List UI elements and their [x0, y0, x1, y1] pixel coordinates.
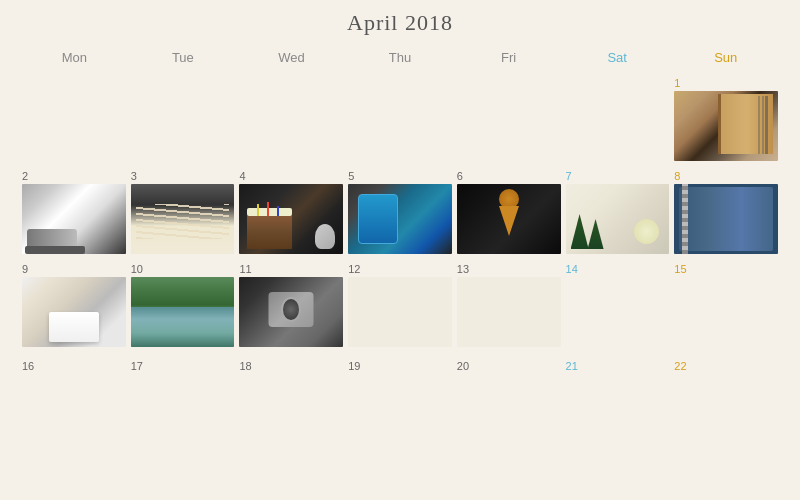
- day-number-9: 9: [22, 263, 126, 275]
- day-number-13: 13: [457, 263, 561, 275]
- day-14: 14: [564, 261, 672, 349]
- day-number-6: 6: [457, 170, 561, 182]
- day-number-3: 3: [131, 170, 235, 182]
- day-number-20: 20: [457, 360, 561, 372]
- day-5: 5: [346, 168, 454, 256]
- day-17: 17: [129, 358, 237, 376]
- day-16: 16: [20, 358, 128, 376]
- day-cell-empty: [237, 75, 345, 163]
- header-fri: Fri: [454, 46, 563, 71]
- photo-day-2: [22, 184, 126, 254]
- photo-day-8: [674, 184, 778, 254]
- photo-day-3: [131, 184, 235, 254]
- day-number-17: 17: [131, 360, 235, 372]
- day-1: 1: [672, 75, 780, 163]
- header-mon: Mon: [20, 46, 129, 71]
- day-number-1: 1: [674, 77, 778, 89]
- day-cell-empty: [20, 75, 128, 163]
- day-number-14: 14: [566, 263, 670, 275]
- day-18: 18: [237, 358, 345, 376]
- day-cell-empty: [455, 75, 563, 163]
- day-12: 12: [346, 261, 454, 349]
- day-number-22: 22: [674, 360, 778, 372]
- photo-day-12: [348, 277, 452, 347]
- day-number-12: 12: [348, 263, 452, 275]
- day-2: 2: [20, 168, 128, 256]
- day-6: 6: [455, 168, 563, 256]
- photo-day-10: [131, 277, 235, 347]
- day-number-5: 5: [348, 170, 452, 182]
- photo-day-13: [457, 277, 561, 347]
- day-20: 20: [455, 358, 563, 376]
- day-19: 19: [346, 358, 454, 376]
- day-number-11: 11: [239, 263, 343, 275]
- day-7: 7: [564, 168, 672, 256]
- day-number-2: 2: [22, 170, 126, 182]
- week-row-3: 9 10 11: [20, 261, 780, 349]
- photo-day-4: [239, 184, 343, 254]
- day-8: 8: [672, 168, 780, 256]
- day-15: 15: [672, 261, 780, 349]
- day-cell-empty: [564, 75, 672, 163]
- day-22: 22: [672, 358, 780, 376]
- day-number-18: 18: [239, 360, 343, 372]
- day-4: 4: [237, 168, 345, 256]
- day-cell-empty: [129, 75, 237, 163]
- day-21: 21: [564, 358, 672, 376]
- week-row-1: 1: [20, 75, 780, 163]
- day-3: 3: [129, 168, 237, 256]
- day-9: 9: [20, 261, 128, 349]
- day-headers-row: Mon Tue Wed Thu Fri Sat Sun: [20, 46, 780, 71]
- photo-day-11: [239, 277, 343, 347]
- day-10: 10: [129, 261, 237, 349]
- day-number-19: 19: [348, 360, 452, 372]
- photo-day-5: [348, 184, 452, 254]
- day-number-7: 7: [566, 170, 670, 182]
- header-sat: Sat: [563, 46, 672, 71]
- day-number-15: 15: [674, 263, 778, 275]
- week-row-4: 16 17 18 19 20 21 22: [20, 358, 780, 376]
- calendar-title: April 2018: [20, 10, 780, 36]
- calendar-container: April 2018 Mon Tue Wed Thu Fri Sat Sun 1: [0, 0, 800, 500]
- photo-day-1: [674, 91, 778, 161]
- day-cell-empty: [346, 75, 454, 163]
- day-number-16: 16: [22, 360, 126, 372]
- header-thu: Thu: [346, 46, 455, 71]
- header-wed: Wed: [237, 46, 346, 71]
- week-row-2: 2 3 4: [20, 168, 780, 256]
- photo-day-7: [566, 184, 670, 254]
- weeks-container: 1 2 3: [20, 75, 780, 378]
- day-number-8: 8: [674, 170, 778, 182]
- day-number-10: 10: [131, 263, 235, 275]
- header-sun: Sun: [671, 46, 780, 71]
- header-tue: Tue: [129, 46, 238, 71]
- photo-day-9: [22, 277, 126, 347]
- photo-day-6: [457, 184, 561, 254]
- day-13: 13: [455, 261, 563, 349]
- day-11: 11: [237, 261, 345, 349]
- day-number-4: 4: [239, 170, 343, 182]
- day-number-21: 21: [566, 360, 670, 372]
